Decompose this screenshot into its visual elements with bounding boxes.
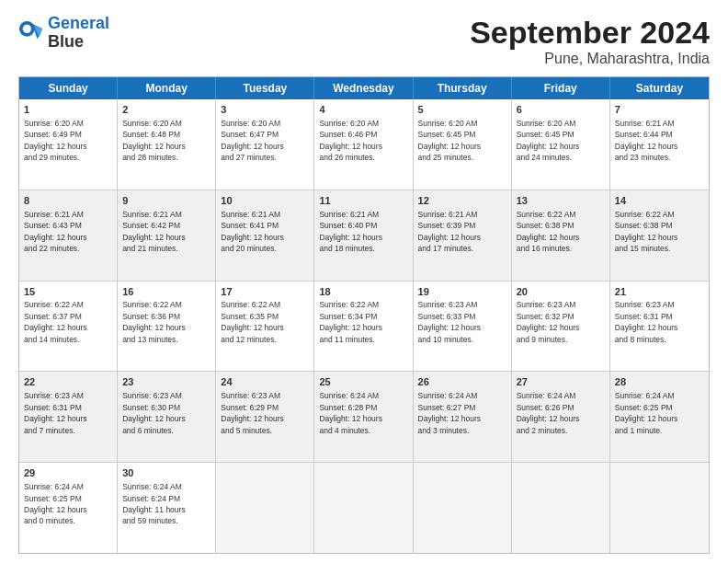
cell-text: Sunrise: 6:22 AM Sunset: 6:38 PM Dayligh… — [517, 210, 580, 253]
calendar-row: 1Sunrise: 6:20 AM Sunset: 6:49 PM Daylig… — [19, 99, 709, 190]
calendar-cell: 20Sunrise: 6:23 AM Sunset: 6:32 PM Dayli… — [512, 282, 610, 372]
calendar-cell: 24Sunrise: 6:23 AM Sunset: 6:29 PM Dayli… — [216, 372, 314, 462]
day-number: 19 — [418, 285, 506, 299]
calendar-cell: 29Sunrise: 6:24 AM Sunset: 6:25 PM Dayli… — [19, 463, 118, 553]
cell-text: Sunrise: 6:22 AM Sunset: 6:35 PM Dayligh… — [221, 300, 284, 343]
calendar-body: 1Sunrise: 6:20 AM Sunset: 6:49 PM Daylig… — [19, 99, 709, 553]
cell-text: Sunrise: 6:24 AM Sunset: 6:27 PM Dayligh… — [418, 391, 482, 434]
cell-text: Sunrise: 6:23 AM Sunset: 6:31 PM Dayligh… — [615, 300, 678, 343]
day-number: 15 — [24, 285, 112, 299]
logo: General Blue — [18, 15, 109, 52]
calendar-row: 22Sunrise: 6:23 AM Sunset: 6:31 PM Dayli… — [19, 372, 709, 463]
cell-text: Sunrise: 6:21 AM Sunset: 6:42 PM Dayligh… — [122, 210, 186, 253]
day-number: 28 — [615, 375, 704, 389]
calendar-cell: 12Sunrise: 6:21 AM Sunset: 6:39 PM Dayli… — [414, 190, 512, 281]
cell-text: Sunrise: 6:20 AM Sunset: 6:48 PM Dayligh… — [122, 119, 186, 162]
header-day-sunday: Sunday — [19, 77, 118, 99]
cell-text: Sunrise: 6:21 AM Sunset: 6:43 PM Dayligh… — [24, 210, 87, 253]
cell-text: Sunrise: 6:20 AM Sunset: 6:45 PM Dayligh… — [517, 119, 580, 162]
day-number: 2 — [122, 103, 210, 117]
cell-text: Sunrise: 6:22 AM Sunset: 6:37 PM Dayligh… — [24, 300, 87, 343]
cell-text: Sunrise: 6:24 AM Sunset: 6:24 PM Dayligh… — [122, 482, 186, 525]
calendar-header: SundayMondayTuesdayWednesdayThursdayFrid… — [19, 77, 709, 99]
calendar-cell: 6Sunrise: 6:20 AM Sunset: 6:45 PM Daylig… — [512, 99, 610, 190]
calendar-cell: 18Sunrise: 6:22 AM Sunset: 6:34 PM Dayli… — [314, 282, 413, 372]
header-day-monday: Monday — [118, 77, 216, 99]
logo-text: General Blue — [48, 15, 109, 52]
calendar-cell: 26Sunrise: 6:24 AM Sunset: 6:27 PM Dayli… — [414, 372, 512, 462]
calendar-cell: 7Sunrise: 6:21 AM Sunset: 6:44 PM Daylig… — [610, 99, 709, 190]
calendar-cell — [414, 463, 512, 553]
calendar-row: 29Sunrise: 6:24 AM Sunset: 6:25 PM Dayli… — [19, 463, 709, 553]
day-number: 17 — [221, 285, 309, 299]
day-number: 14 — [615, 194, 704, 208]
calendar-cell: 25Sunrise: 6:24 AM Sunset: 6:28 PM Dayli… — [314, 372, 413, 462]
calendar-cell — [314, 463, 413, 553]
cell-text: Sunrise: 6:23 AM Sunset: 6:33 PM Dayligh… — [418, 300, 482, 343]
logo-line2: Blue — [48, 33, 109, 52]
day-number: 9 — [122, 194, 210, 208]
day-number: 12 — [418, 194, 506, 208]
calendar-cell — [610, 463, 709, 553]
cell-text: Sunrise: 6:23 AM Sunset: 6:30 PM Dayligh… — [122, 391, 186, 434]
calendar-cell: 30Sunrise: 6:24 AM Sunset: 6:24 PM Dayli… — [118, 463, 216, 553]
day-number: 30 — [122, 466, 210, 480]
calendar-cell: 2Sunrise: 6:20 AM Sunset: 6:48 PM Daylig… — [118, 99, 216, 190]
cell-text: Sunrise: 6:22 AM Sunset: 6:38 PM Dayligh… — [615, 210, 678, 253]
header-day-tuesday: Tuesday — [216, 77, 314, 99]
calendar-cell: 17Sunrise: 6:22 AM Sunset: 6:35 PM Dayli… — [216, 282, 314, 372]
day-number: 1 — [24, 103, 112, 117]
day-number: 26 — [418, 375, 506, 389]
title-block: September 2024 Pune, Maharashtra, India — [470, 15, 710, 67]
cell-text: Sunrise: 6:21 AM Sunset: 6:39 PM Dayligh… — [418, 210, 482, 253]
calendar-cell: 10Sunrise: 6:21 AM Sunset: 6:41 PM Dayli… — [216, 190, 314, 281]
month-title: September 2024 — [470, 15, 710, 51]
calendar-cell: 9Sunrise: 6:21 AM Sunset: 6:42 PM Daylig… — [118, 190, 216, 281]
day-number: 25 — [319, 375, 407, 389]
cell-text: Sunrise: 6:24 AM Sunset: 6:26 PM Dayligh… — [517, 391, 580, 434]
cell-text: Sunrise: 6:21 AM Sunset: 6:40 PM Dayligh… — [319, 210, 382, 253]
header: General Blue September 2024 Pune, Mahara… — [18, 15, 710, 67]
day-number: 10 — [221, 194, 309, 208]
calendar-cell: 27Sunrise: 6:24 AM Sunset: 6:26 PM Dayli… — [512, 372, 610, 462]
day-number: 18 — [319, 285, 407, 299]
header-day-friday: Friday — [512, 77, 610, 99]
day-number: 13 — [517, 194, 605, 208]
day-number: 29 — [24, 466, 112, 480]
calendar-cell: 5Sunrise: 6:20 AM Sunset: 6:45 PM Daylig… — [414, 99, 512, 190]
calendar-cell: 3Sunrise: 6:20 AM Sunset: 6:47 PM Daylig… — [216, 99, 314, 190]
calendar-cell — [216, 463, 314, 553]
calendar: SundayMondayTuesdayWednesdayThursdayFrid… — [18, 76, 710, 554]
cell-text: Sunrise: 6:20 AM Sunset: 6:49 PM Dayligh… — [24, 119, 87, 162]
header-day-saturday: Saturday — [610, 77, 709, 99]
calendar-cell: 19Sunrise: 6:23 AM Sunset: 6:33 PM Dayli… — [414, 282, 512, 372]
calendar-cell: 22Sunrise: 6:23 AM Sunset: 6:31 PM Dayli… — [19, 372, 118, 462]
logo-icon — [18, 20, 44, 46]
subtitle: Pune, Maharashtra, India — [470, 51, 710, 67]
calendar-cell: 14Sunrise: 6:22 AM Sunset: 6:38 PM Dayli… — [610, 190, 709, 281]
cell-text: Sunrise: 6:22 AM Sunset: 6:36 PM Dayligh… — [122, 300, 186, 343]
header-day-wednesday: Wednesday — [314, 77, 413, 99]
calendar-cell: 16Sunrise: 6:22 AM Sunset: 6:36 PM Dayli… — [118, 282, 216, 372]
day-number: 21 — [615, 285, 704, 299]
day-number: 27 — [517, 375, 605, 389]
calendar-cell: 4Sunrise: 6:20 AM Sunset: 6:46 PM Daylig… — [314, 99, 413, 190]
day-number: 4 — [319, 103, 407, 117]
cell-text: Sunrise: 6:22 AM Sunset: 6:34 PM Dayligh… — [319, 300, 382, 343]
calendar-row: 15Sunrise: 6:22 AM Sunset: 6:37 PM Dayli… — [19, 282, 709, 373]
calendar-cell — [512, 463, 610, 553]
calendar-cell: 8Sunrise: 6:21 AM Sunset: 6:43 PM Daylig… — [19, 190, 118, 281]
calendar-cell: 15Sunrise: 6:22 AM Sunset: 6:37 PM Dayli… — [19, 282, 118, 372]
day-number: 23 — [122, 375, 210, 389]
cell-text: Sunrise: 6:21 AM Sunset: 6:44 PM Dayligh… — [615, 119, 678, 162]
calendar-cell: 21Sunrise: 6:23 AM Sunset: 6:31 PM Dayli… — [610, 282, 709, 372]
day-number: 11 — [319, 194, 407, 208]
calendar-cell: 11Sunrise: 6:21 AM Sunset: 6:40 PM Dayli… — [314, 190, 413, 281]
cell-text: Sunrise: 6:23 AM Sunset: 6:31 PM Dayligh… — [24, 391, 87, 434]
calendar-cell: 13Sunrise: 6:22 AM Sunset: 6:38 PM Dayli… — [512, 190, 610, 281]
logo-line1: General — [48, 14, 109, 32]
cell-text: Sunrise: 6:20 AM Sunset: 6:45 PM Dayligh… — [418, 119, 482, 162]
day-number: 7 — [615, 103, 704, 117]
page: General Blue September 2024 Pune, Mahara… — [0, 0, 728, 563]
cell-text: Sunrise: 6:21 AM Sunset: 6:41 PM Dayligh… — [221, 210, 284, 253]
